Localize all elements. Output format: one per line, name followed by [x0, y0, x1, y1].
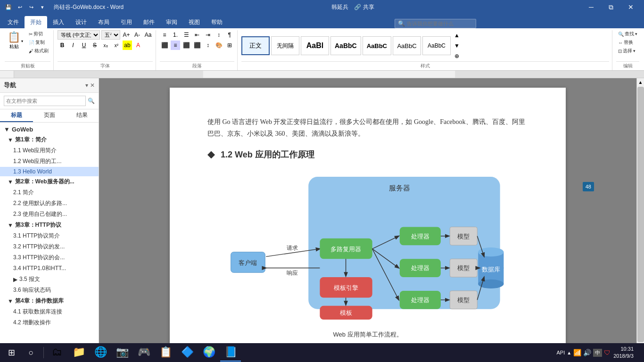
sort-button[interactable]: ↕ [214, 30, 223, 40]
menu-tab-references[interactable]: 引用 [115, 16, 138, 28]
cut-button[interactable]: ✂剪切 [27, 30, 50, 38]
save-quick-btn[interactable]: 💾 [4, 2, 13, 12]
nav-item-ch3[interactable]: ▼ 第3章：HTTP协议 [0, 220, 99, 230]
align-left-button[interactable]: ⬛ [160, 41, 169, 50]
taskbar-app-game[interactable]: 🎮 [133, 344, 154, 362]
share-label[interactable]: 共享 [363, 3, 374, 11]
document-area[interactable]: 使用 Go 语言进行 Web 开发正变得日益流行，很多大公司都在使用，如 Goo… [99, 78, 636, 351]
strikethrough-button[interactable]: S [90, 41, 99, 50]
nav-item-ch4[interactable]: ▼ 第4章：操作数据库 [0, 296, 99, 306]
nav-search-input[interactable] [4, 96, 86, 106]
nav-close-btn[interactable]: ✕ [90, 82, 95, 89]
style-scroll-up[interactable]: ▲ [452, 31, 462, 40]
italic-button[interactable]: I [68, 41, 78, 50]
menu-tab-insert[interactable]: 插入 [47, 16, 70, 28]
grow-font-button[interactable]: A+ [122, 30, 131, 40]
menu-tab-design[interactable]: 设计 [70, 16, 92, 28]
taskbar-app-clipboard[interactable]: 📋 [155, 344, 176, 362]
paste-button[interactable]: 📋 粘贴 ▾ [5, 30, 26, 51]
taskbar-app-folder[interactable]: 📁 [68, 344, 89, 362]
customize-quick-btn[interactable]: ▾ [38, 2, 47, 12]
menu-tab-home[interactable]: 开始 [25, 16, 47, 28]
expand-tray-btn[interactable]: ▲ [567, 350, 571, 355]
list-multi-button[interactable]: ☰ [182, 30, 191, 40]
replace-button[interactable]: ↔ 替换 [616, 39, 635, 46]
scroll-thumb[interactable] [637, 87, 644, 342]
nav-item-s33[interactable]: 3.3 HTTP协议的会... [0, 252, 99, 263]
highlight-button[interactable]: ab [123, 41, 132, 50]
menu-tab-review[interactable]: 审阅 [160, 16, 183, 28]
taskbar-app-photo[interactable]: 📷 [112, 344, 132, 362]
line-spacing-button[interactable]: ↕ [203, 41, 213, 50]
system-clock[interactable]: 10:31 2018/9/3 [613, 346, 634, 360]
nav-item-s34[interactable]: 3.4 HTTP1.0和HTT... [0, 263, 99, 274]
select-button[interactable]: ⊡ 选择▾ [616, 47, 637, 55]
shrink-font-button[interactable]: A- [132, 30, 142, 40]
vertical-scrollbar[interactable]: ▲ ▼ [636, 78, 644, 351]
menu-tab-help[interactable]: 帮助 [206, 16, 228, 28]
list-number-button[interactable]: 1. [171, 30, 180, 40]
underline-button[interactable]: U [79, 41, 89, 50]
ribbon-search[interactable]: 🔍 [395, 19, 476, 28]
nav-item-s23[interactable]: 2.3 使用自己创建的... [0, 209, 99, 220]
nav-item-s41[interactable]: 4.1 获取数据库连接 [0, 306, 99, 317]
shading-button[interactable]: 🎨 [214, 41, 223, 50]
nav-search-icon[interactable]: 🔍 [88, 98, 95, 104]
taskbar-app-chrome[interactable]: 🌍 [198, 344, 219, 362]
nav-item-goweb[interactable]: ▼ GoWeb [0, 124, 99, 134]
style-h5[interactable]: AaBbC [422, 36, 451, 55]
nav-tab-headings[interactable]: 标题 [0, 109, 33, 122]
nav-item-s22[interactable]: 2.2 使用默认的多路... [0, 198, 99, 209]
taskbar-app-word[interactable]: 📘 [220, 344, 241, 362]
subscript-button[interactable]: x₂ [101, 41, 110, 50]
menu-tab-file[interactable]: 文件 [2, 16, 25, 28]
font-color-button[interactable]: A [133, 41, 143, 50]
clear-format-button[interactable]: Aa [143, 30, 153, 40]
style-h1[interactable]: AaBl [301, 36, 329, 55]
nav-item-ch1[interactable]: ▼ 第1章：简介 [0, 134, 99, 145]
nav-item-s31[interactable]: 3.1 HTTP协议简介 [0, 230, 99, 241]
copy-button[interactable]: 📄复制 [27, 39, 50, 46]
taskbar-app-browser[interactable]: 🌐 [90, 344, 111, 362]
indent-increase-button[interactable]: ⇥ [203, 30, 213, 40]
style-scroll-down[interactable]: ▼ [452, 41, 462, 50]
minimize-button[interactable]: ─ [582, 0, 601, 14]
align-center-button[interactable]: ≡ [171, 41, 180, 50]
nav-item-s35[interactable]: ▶ 3.5 报文 [0, 274, 99, 285]
nav-item-s12[interactable]: 1.2 Web应用的工... [0, 156, 99, 167]
nav-item-s36[interactable]: 3.6 响应状态码 [0, 285, 99, 296]
start-button[interactable]: ⊞ [2, 344, 21, 362]
format-button[interactable]: 🖌格式刷 [27, 47, 50, 55]
font-family-select[interactable]: 等线 (中文正文) [58, 30, 100, 40]
close-button[interactable]: ✕ [621, 0, 640, 14]
nav-item-s11[interactable]: 1.1 Web应用简介 [0, 145, 99, 156]
nav-tab-pages[interactable]: 页面 [33, 109, 66, 122]
align-right-button[interactable]: ⬛ [182, 41, 191, 50]
nav-item-s21[interactable]: 2.1 简介 [0, 187, 99, 198]
nav-item-s13[interactable]: 1.3 Hello World [0, 167, 99, 176]
nav-item-ch2[interactable]: ▼ 第2章：Web服务器的... [0, 176, 99, 187]
style-h2[interactable]: AaBbC [330, 36, 361, 55]
style-normal[interactable]: 正文 [241, 36, 270, 55]
menu-tab-mailing[interactable]: 邮件 [138, 16, 160, 28]
nav-item-s42[interactable]: 4.2 增删改操作 [0, 317, 99, 328]
ribbon-search-input[interactable] [407, 21, 473, 26]
menu-tab-layout[interactable]: 布局 [92, 16, 115, 28]
scroll-up-btn[interactable]: ▲ [637, 78, 644, 86]
restore-button[interactable]: ⧉ [602, 0, 620, 14]
search-button[interactable]: ○ [22, 344, 41, 362]
nav-settings-btn[interactable]: ▾ [85, 82, 88, 89]
show-formatting-button[interactable]: ¶ [225, 30, 234, 40]
style-no-spacing[interactable]: 无间隔 [271, 36, 299, 55]
list-bullet-button[interactable]: ≡ [160, 30, 169, 40]
undo-quick-btn[interactable]: ↩ [15, 2, 25, 12]
style-h3[interactable]: AaBbC [363, 36, 391, 55]
indent-decrease-button[interactable]: ⇤ [192, 30, 202, 40]
superscript-button[interactable]: x² [112, 41, 121, 50]
nav-item-s32[interactable]: 3.2 HTTP协议的发... [0, 241, 99, 252]
borders-button[interactable]: ⊞ [225, 41, 234, 50]
taskbar-app-file-explorer[interactable]: 🗂 [47, 344, 67, 362]
menu-tab-view[interactable]: 视图 [183, 16, 206, 28]
bold-button[interactable]: B [58, 41, 67, 50]
taskbar-app-vs[interactable]: 🔷 [177, 344, 198, 362]
